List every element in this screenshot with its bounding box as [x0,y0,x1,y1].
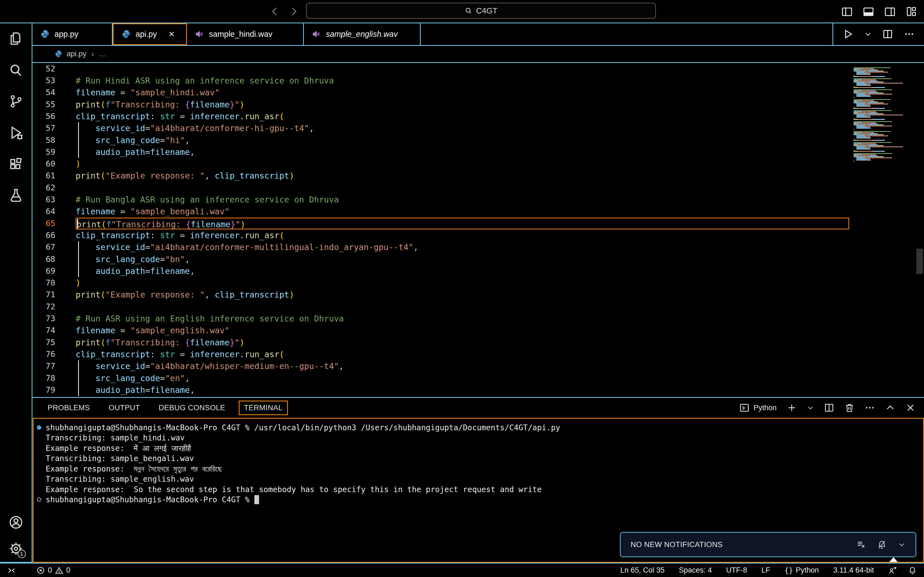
code-line-55[interactable]: 55print(f"Transcribing: {filename}") [32,98,924,110]
explorer-icon[interactable] [8,31,24,47]
do-not-disturb-bell-slash-icon[interactable] [877,540,887,550]
code-line-54[interactable]: 54filename = "sample_hindi.wav" [32,87,924,98]
notifications-bell[interactable] [908,566,917,575]
toggle-secondary-sidebar-icon[interactable] [884,5,896,18]
code-line-57[interactable]: 57 service_id="ai4bharat/conformer-hi-gp… [32,122,924,134]
code-line-70[interactable]: 70) [32,277,924,289]
language-status[interactable]: {} Python [785,566,819,575]
breadcrumb[interactable]: api.py › ... [32,46,924,63]
minimap[interactable] [854,66,904,162]
close-icon[interactable]: ✕ [168,30,174,39]
code-text: ) [76,396,849,397]
code-line-60[interactable]: 60) [32,158,924,170]
chevron-right-icon: › [91,49,94,58]
account-icon[interactable] [8,515,24,530]
code-line-79[interactable]: 79 audio_path=filename, [32,384,924,396]
terminal-shell-selector[interactable]: Python [739,403,777,413]
run-debug-icon[interactable] [8,125,24,140]
tab-sample-hindi-wav[interactable]: sample_hindi.wav [187,23,304,45]
tab-sample-english-wav[interactable]: sample_english.wav [304,23,421,45]
feedback-status[interactable] [888,566,897,575]
toggle-primary-sidebar-icon[interactable] [841,5,853,18]
code-line-76[interactable]: 76clip_transcript: str = inferencer.run_… [32,348,924,360]
terminal-line: shubhangigupta@Shubhangis-MacBook-Pro C4… [46,495,923,505]
breadcrumb-file[interactable]: api.py [66,50,86,58]
code-line-64[interactable]: 64filename = "sample_bengali.wav" [32,206,924,218]
extensions-icon[interactable] [8,156,24,172]
tab-debug-console[interactable]: DEBUG CONSOLE [153,401,231,415]
close-panel-icon[interactable] [905,403,916,413]
terminal-profile-chevron-icon[interactable] [807,403,814,413]
code-line-69[interactable]: 69 audio_path=filename, [32,265,924,277]
tab-api-py[interactable]: api.py ✕ [113,23,187,45]
cursor-position-status[interactable]: Ln 65, Col 35 [620,566,665,575]
code-line-74[interactable]: 74filename = "sample_english.wav" [32,324,924,336]
code-line-59[interactable]: 59 audio_path=filename, [32,146,924,158]
hide-notifications-chevron-icon[interactable] [898,540,906,550]
code-line-80[interactable]: 80) [32,396,924,397]
tab-terminal[interactable]: TERMINAL [239,401,288,415]
code-line-67[interactable]: 67 service_id="ai4bharat/conformer-multi… [32,241,924,253]
customize-layout-icon[interactable] [905,5,918,18]
tab-output[interactable]: OUTPUT [103,401,145,415]
prompt-decoration-icon[interactable] [37,497,41,502]
toggle-panel-icon[interactable] [863,5,874,18]
new-terminal-icon[interactable] [787,403,797,413]
problems-status[interactable]: 0 0 [36,566,70,575]
more-actions-icon[interactable] [904,29,915,40]
encoding-status[interactable]: UTF-8 [726,566,748,575]
maximize-panel-icon[interactable] [885,403,895,413]
back-arrow-icon[interactable] [270,6,281,17]
split-terminal-icon[interactable] [824,403,834,413]
code-line-62[interactable]: 62 [32,182,924,194]
search-sidebar-icon[interactable] [8,62,24,78]
indentation-status[interactable]: Spaces: 4 [679,566,712,575]
indent-guide [78,360,79,372]
line-number: 63 [32,194,76,206]
run-dropdown-chevron-icon[interactable] [864,29,872,40]
code-line-73[interactable]: 73# Run ASR using an English inference s… [32,313,924,324]
eol-status[interactable]: LF [761,566,770,575]
clear-all-notifications-icon[interactable] [856,540,866,550]
code-line-53[interactable]: 53# Run Hindi ASR using an inference ser… [32,75,924,87]
panel-more-actions-icon[interactable] [864,403,875,413]
testing-icon[interactable] [8,188,24,203]
line-number: 64 [32,206,76,218]
source-control-icon[interactable] [8,94,24,109]
split-editor-icon[interactable] [882,29,893,40]
line-number: 66 [32,229,76,241]
line-number: 78 [32,372,76,384]
code-line-52[interactable]: 52 [32,63,924,75]
code-line-75[interactable]: 75print(f"Transcribing: {filename}") [32,337,924,348]
indent-guide [78,372,79,384]
code-line-77[interactable]: 77 service_id="ai4bharat/whisper-medium-… [32,360,924,372]
code-line-71[interactable]: 71print("Example response: ", clip_trans… [32,289,924,301]
code-line-66[interactable]: 66clip_transcript: str = inferencer.run_… [32,229,924,241]
code-line-63[interactable]: 63# Run Bangla ASR using an inference se… [32,194,924,206]
code-editor[interactable]: 5253# Run Hindi ASR using an inference s… [32,63,924,397]
editor-scrollbar[interactable] [916,249,923,274]
code-text [76,63,849,75]
settings-gear-icon[interactable]: 1 [8,541,24,556]
kill-terminal-icon[interactable] [844,403,855,413]
tab-problems[interactable]: PROBLEMS [42,401,95,415]
editor-tab-bar: app.py api.py ✕ sample_hindi.wav sample [32,23,924,46]
code-line-72[interactable]: 72 [32,301,924,313]
code-line-58[interactable]: 58 src_lang_code="hi", [32,134,924,146]
code-line-65[interactable]: 65print(f"Transcribing: {filename}") [32,218,924,229]
code-line-68[interactable]: 68 src_lang_code="bn", [32,253,924,265]
command-decoration-icon[interactable] [37,425,41,430]
indent-guide [78,122,79,134]
remote-indicator[interactable] [7,566,16,575]
tab-app-py[interactable]: app.py [32,23,113,45]
run-python-file-icon[interactable] [843,29,854,40]
line-number: 71 [32,289,76,301]
line-number: 72 [32,301,76,313]
breadcrumb-more[interactable]: ... [99,50,105,58]
command-center-search[interactable]: C4GT [306,3,656,19]
code-line-61[interactable]: 61print("Example response: ", clip_trans… [32,170,924,182]
forward-arrow-icon[interactable] [288,6,299,17]
code-line-56[interactable]: 56clip_transcript: str = inferencer.run_… [32,110,924,122]
code-line-78[interactable]: 78 src_lang_code="en", [32,372,924,384]
python-version-status[interactable]: 3.11.4 64-bit [833,566,874,575]
